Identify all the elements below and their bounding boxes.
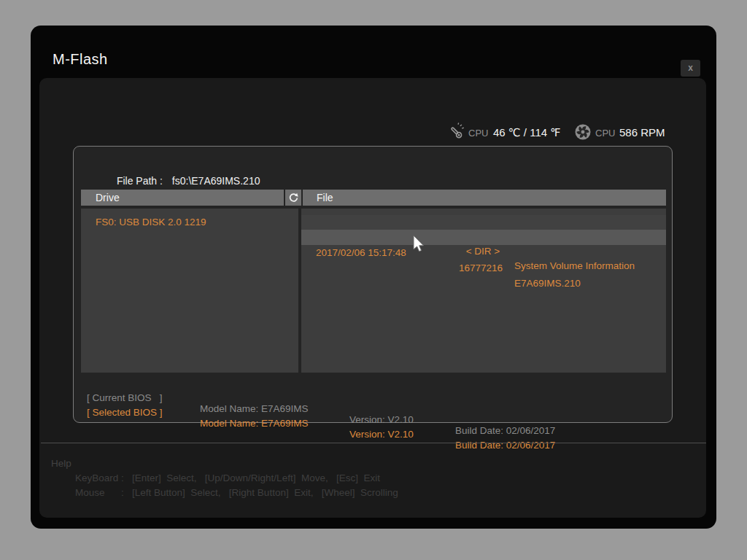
mflash-window: M-Flash x CPU 46 ℃ / 114 ℉ xyxy=(31,26,716,529)
cpu-fan-value: 586 RPM xyxy=(619,126,665,139)
file-name: System Volume Information xyxy=(514,259,635,273)
file-row-directory[interactable]: 2017/03/06 23:54:56 < DIR > System Volum… xyxy=(301,215,666,230)
current-bios-model: Model Name: E7A69IMS xyxy=(200,403,309,414)
selected-bios-build: Build Date: 02/06/2017 xyxy=(455,440,555,451)
cpu-fan-label: CPU xyxy=(595,128,615,139)
cpu-temp-value: 46 ℃ / 114 ℉ xyxy=(493,126,561,139)
drive-column-header: Drive xyxy=(81,190,284,206)
thermometer-icon xyxy=(447,122,466,141)
cpu-temp-label: CPU xyxy=(468,128,488,139)
current-bios-version: Version: V2.10 xyxy=(349,414,414,425)
drive-list: FS0: USB DISK 2.0 1219 xyxy=(81,209,298,373)
file-date: 2017/02/06 15:17:48 xyxy=(316,245,406,260)
desktop-background: M-Flash x CPU 46 ℃ / 114 ℉ xyxy=(0,0,747,560)
file-header-label: File xyxy=(317,192,333,203)
file-column-header: File xyxy=(303,190,666,206)
selected-bios-version: Version: V2.10 xyxy=(349,429,414,440)
file-path-value: fs0:\E7A69IMS.210 xyxy=(172,175,260,187)
drive-header-label: Drive xyxy=(96,192,120,203)
selected-bios-model: Model Name: E7A69IMS xyxy=(200,418,309,429)
refresh-icon xyxy=(288,192,299,203)
content-panel: CPU 46 ℃ / 114 ℉ CPU 586 RPM F xyxy=(39,78,706,518)
file-path-label: File Path : xyxy=(117,175,166,187)
selected-bios-label: [ Selected BIOS ] xyxy=(87,407,163,418)
fan-icon xyxy=(574,123,592,141)
file-name: E7A69IMS.210 xyxy=(514,276,581,291)
page-title: M-Flash xyxy=(53,51,108,68)
mouse-cursor xyxy=(413,236,426,254)
file-row-selected[interactable]: 2017/02/06 15:17:48 16777216 E7A69IMS.21… xyxy=(301,230,666,245)
file-size: < DIR > xyxy=(425,244,503,259)
help-title: Help xyxy=(51,458,71,469)
file-size: 16777216 xyxy=(425,260,503,276)
file-list: 2017/03/06 23:54:56 < DIR > System Volum… xyxy=(301,209,666,373)
help-mouse-line: Mouse : [Left Button] Select, [Right But… xyxy=(75,487,398,498)
close-button[interactable]: x xyxy=(681,60,700,77)
drive-item[interactable]: FS0: USB DISK 2.0 1219 xyxy=(81,215,298,230)
file-browser-panel: File Path : fs0:\E7A69IMS.210 Drive File… xyxy=(73,146,673,423)
refresh-button[interactable] xyxy=(285,190,301,206)
current-bios-build: Build Date: 02/06/2017 xyxy=(455,425,555,436)
help-keyboard-line: KeyBoard : [Enter] Select, [Up/Down/Righ… xyxy=(75,472,380,483)
help-divider xyxy=(41,443,706,443)
selected-bios-row: [ Selected BIOS ] Model Name: E7A69IMS V… xyxy=(74,396,101,462)
